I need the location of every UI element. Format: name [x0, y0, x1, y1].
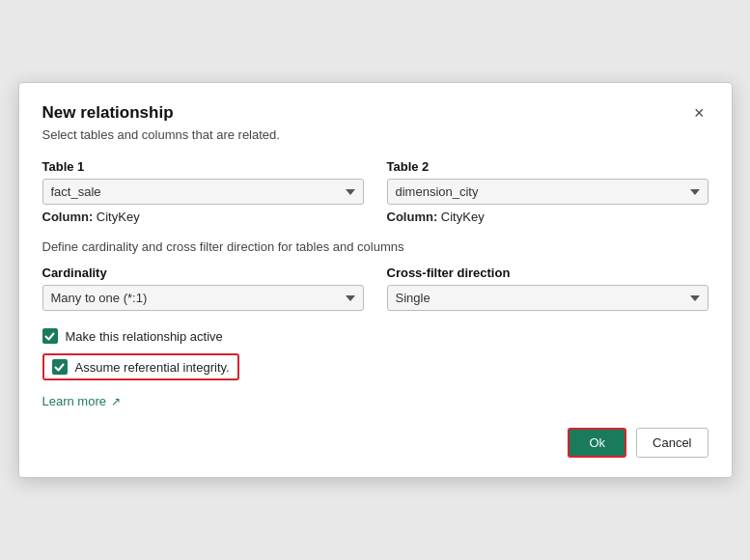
cardinality-label: Cardinality: [42, 266, 364, 280]
table1-col: Table 1 fact_sale Column: CityKey: [42, 159, 364, 224]
learn-more-link[interactable]: Learn more: [42, 394, 106, 408]
active-checkbox-label: Make this relationship active: [66, 329, 223, 344]
ok-button[interactable]: Ok: [568, 428, 626, 458]
cancel-button[interactable]: Cancel: [636, 428, 708, 458]
crossfilter-label: Cross-filter direction: [387, 266, 708, 280]
referential-checkbox[interactable]: [52, 359, 68, 375]
active-checkbox[interactable]: [42, 328, 58, 344]
table2-column-label: Column:: [387, 210, 438, 224]
table2-select[interactable]: dimension_city: [387, 179, 708, 205]
table1-column-value: CityKey: [97, 210, 140, 224]
dialog-title: New relationship: [42, 103, 174, 123]
table1-select[interactable]: fact_sale: [42, 179, 364, 205]
table2-column-value: CityKey: [441, 210, 485, 224]
close-button[interactable]: ×: [690, 102, 708, 124]
dialog-header: New relationship ×: [42, 102, 708, 124]
tables-row: Table 1 fact_sale Column: CityKey Table …: [42, 159, 708, 224]
table2-label: Table 2: [387, 159, 708, 174]
crossfilter-select[interactable]: Single Both: [387, 285, 708, 311]
cardinality-row: Cardinality Many to one (*:1) One to man…: [42, 266, 708, 311]
table2-column-info: Column: CityKey: [387, 210, 708, 224]
cardinality-col: Cardinality Many to one (*:1) One to man…: [42, 266, 364, 311]
dialog-footer: Ok Cancel: [42, 428, 708, 458]
section-description: Define cardinality and cross filter dire…: [42, 239, 708, 254]
active-checkbox-row: Make this relationship active: [42, 328, 708, 344]
new-relationship-dialog: New relationship × Select tables and col…: [18, 82, 733, 478]
referential-checkbox-label: Assume referential integrity.: [75, 360, 230, 375]
learn-more-row: Learn more ↗: [42, 394, 708, 408]
table2-col: Table 2 dimension_city Column: CityKey: [387, 159, 708, 224]
referential-integrity-wrapper: Assume referential integrity.: [42, 353, 239, 380]
table1-label: Table 1: [42, 159, 364, 174]
external-link-icon: ↗: [111, 395, 121, 408]
crossfilter-col: Cross-filter direction Single Both: [387, 266, 708, 311]
table1-column-label: Column:: [42, 210, 94, 224]
dialog-subtitle: Select tables and columns that are relat…: [42, 127, 708, 142]
table1-column-info: Column: CityKey: [42, 210, 364, 224]
cardinality-select[interactable]: Many to one (*:1) One to many (1:*) One …: [42, 285, 364, 311]
referential-wrapper-container: Assume referential integrity.: [42, 353, 708, 388]
